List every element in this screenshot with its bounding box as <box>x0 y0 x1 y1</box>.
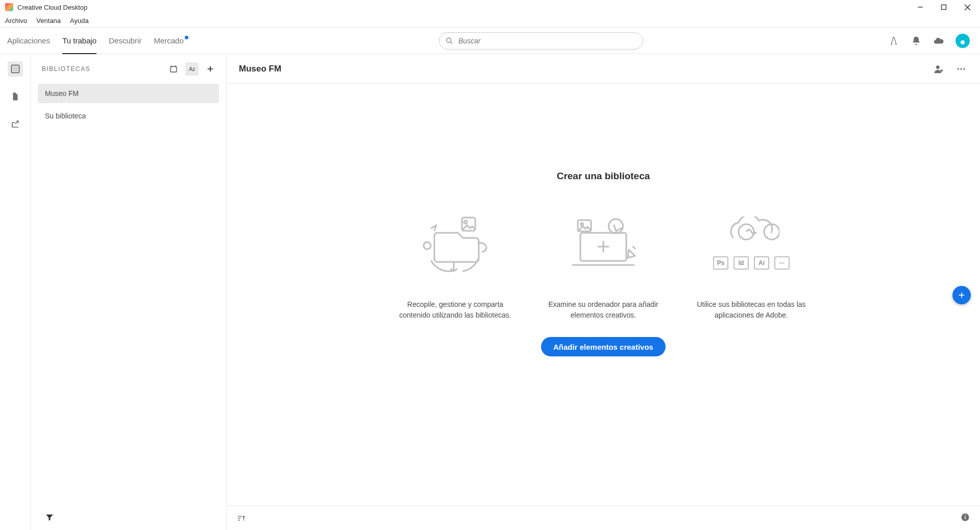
svg-line-5 <box>450 41 452 43</box>
card-browse: Examine su ordenador para añadir element… <box>547 207 659 321</box>
avatar[interactable] <box>955 34 970 48</box>
app-chip-row: Ps Id Ai ··· <box>713 256 790 270</box>
tab-tu-trabajo[interactable]: Tu trabajo <box>62 28 96 54</box>
search-input[interactable] <box>458 37 636 45</box>
window-title: Creative Cloud Desktop <box>17 4 87 11</box>
svg-point-21 <box>464 221 467 224</box>
card-apps: Ps Id Ai ··· Utilice sus bibliotecas en … <box>695 207 807 321</box>
badge-dot-icon <box>185 36 188 39</box>
app-chip-id: Id <box>733 256 749 270</box>
sidebar-sort-az-button[interactable]: Az <box>185 62 199 76</box>
sidebar-add-button[interactable] <box>204 62 217 76</box>
sidebar-head: BIBLIOTECAS Az <box>31 54 226 84</box>
card-collect: Recopile, gestione y comparta contenido … <box>399 207 511 321</box>
main-head: Museo FM <box>227 54 980 84</box>
sidebar-footer <box>31 505 226 530</box>
tab-descubrir[interactable]: Descubrir <box>109 28 141 54</box>
menu-archivo[interactable]: Archivo <box>5 17 27 25</box>
tab-label: Tu trabajo <box>62 36 96 45</box>
minimize-button[interactable] <box>916 3 925 12</box>
menubar: Archivo Ventana Ayuda <box>0 14 980 28</box>
menu-ventana[interactable]: Ventana <box>36 17 61 25</box>
notifications-icon[interactable] <box>911 35 922 46</box>
svg-point-22 <box>424 242 431 249</box>
rail-share-icon[interactable] <box>8 116 23 132</box>
library-item-label: Museo FM <box>45 89 79 98</box>
sidebar-head-actions: Az <box>167 62 217 76</box>
maximize-button[interactable] <box>939 3 948 12</box>
svg-point-19 <box>963 68 965 69</box>
card-collect-illustration-icon <box>414 207 496 279</box>
svg-point-28 <box>581 223 583 226</box>
sort-list-icon[interactable] <box>237 514 246 523</box>
info-icon[interactable] <box>961 513 970 523</box>
rail-files-icon[interactable] <box>8 89 23 104</box>
tab-label: Descubrir <box>109 36 141 45</box>
library-item-museo-fm[interactable]: Museo FM <box>38 84 219 103</box>
app-chip-ps: Ps <box>713 256 728 270</box>
fab-add-button[interactable] <box>952 286 971 304</box>
titlebar-left: Creative Cloud Desktop <box>5 3 87 11</box>
svg-point-13 <box>936 65 940 69</box>
sidebar-title: BIBLIOTECAS <box>42 65 90 73</box>
main-head-actions <box>932 62 968 76</box>
tab-label: Mercado <box>154 36 183 45</box>
svg-rect-8 <box>170 66 177 72</box>
main-footer <box>227 505 980 530</box>
sidebar-calendar-icon[interactable] <box>167 62 180 76</box>
empty-state-cards: Recopile, gestione y comparta contenido … <box>399 207 807 321</box>
main-body: Crear una biblioteca <box>227 84 980 505</box>
header-row: Aplicaciones Tu trabajo Descubrir Mercad… <box>0 28 980 54</box>
tab-mercado[interactable]: Mercado <box>154 28 188 54</box>
more-options-icon[interactable] <box>954 62 968 76</box>
svg-rect-33 <box>965 517 966 519</box>
svg-point-4 <box>447 38 451 42</box>
body: BIBLIOTECAS Az Museo FM Su biblioteca <box>0 54 980 530</box>
app-icon <box>5 3 13 11</box>
main-panel: Museo FM Crear una biblioteca <box>227 54 980 530</box>
tab-label: Aplicaciones <box>7 36 50 45</box>
add-creative-elements-button[interactable]: Añadir elementos creativos <box>541 337 666 356</box>
app-chip-more: ··· <box>774 256 790 270</box>
svg-point-18 <box>960 68 962 69</box>
fonts-icon[interactable] <box>888 35 899 46</box>
svg-rect-7 <box>13 67 17 71</box>
search-field[interactable] <box>439 32 643 50</box>
search-icon <box>446 37 453 45</box>
sidebar: BIBLIOTECAS Az Museo FM Su biblioteca <box>31 54 227 530</box>
sort-az-label: Az <box>189 66 195 72</box>
chip-label: Ai <box>758 259 765 267</box>
svg-point-17 <box>958 68 959 69</box>
empty-state-title: Crear una biblioteca <box>557 171 650 182</box>
cloud-sync-icon[interactable] <box>933 35 944 46</box>
chip-label: ··· <box>779 259 785 267</box>
filter-icon[interactable] <box>45 513 54 523</box>
card-apps-illustration-icon: Ps Id Ai ··· <box>710 207 792 279</box>
library-title: Museo FM <box>239 64 281 74</box>
rail-libraries-icon[interactable] <box>8 61 23 77</box>
icon-rail <box>0 54 31 530</box>
sidebar-list: Museo FM Su biblioteca <box>31 84 226 126</box>
chip-label: Id <box>739 259 744 267</box>
svg-rect-1 <box>942 5 946 10</box>
tab-aplicaciones[interactable]: Aplicaciones <box>7 28 50 54</box>
card-text: Utilice sus bibliotecas en todas las apl… <box>695 299 807 321</box>
titlebar: Creative Cloud Desktop <box>0 0 980 14</box>
library-item-su-biblioteca[interactable]: Su biblioteca <box>38 106 219 126</box>
card-text: Recopile, gestione y comparta contenido … <box>399 299 511 321</box>
primary-tabs: Aplicaciones Tu trabajo Descubrir Mercad… <box>0 28 188 54</box>
app-chip-ai: Ai <box>754 256 769 270</box>
header-right <box>888 34 980 48</box>
invite-user-icon[interactable] <box>932 62 945 76</box>
card-text: Examine su ordenador para añadir element… <box>547 299 659 321</box>
close-button[interactable] <box>963 3 972 12</box>
svg-point-34 <box>965 515 966 516</box>
menu-ayuda[interactable]: Ayuda <box>70 17 89 25</box>
window-controls <box>916 3 975 12</box>
chip-label: Ps <box>717 259 725 267</box>
card-browse-illustration-icon <box>562 207 644 279</box>
library-item-label: Su biblioteca <box>45 112 86 120</box>
